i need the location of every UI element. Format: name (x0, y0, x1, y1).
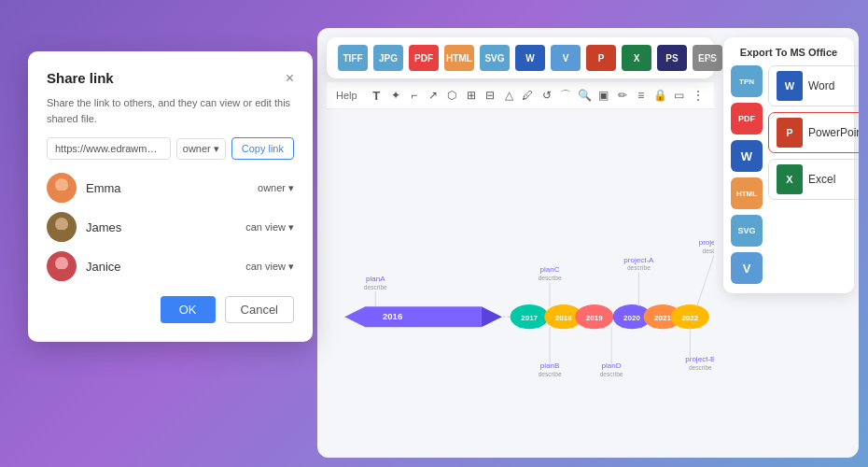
format-pdf-button[interactable]: PDF (409, 45, 439, 71)
svg-point-2 (55, 218, 68, 231)
close-button[interactable]: × (286, 71, 294, 86)
svg-text:2019: 2019 (586, 314, 603, 322)
svg-text:2022: 2022 (681, 314, 698, 322)
svg-text:planA: planA (366, 275, 385, 283)
lines-icon[interactable]: ≡ (634, 86, 648, 105)
svg-text:project-C: project-C (699, 238, 714, 247)
format-ps-button[interactable]: PS (657, 45, 687, 71)
cancel-button[interactable]: Cancel (225, 296, 294, 323)
timeline-svg: 2016 planA describe 2017 2018 2019 2020 … (317, 107, 714, 458)
export-word-item[interactable]: W Word (768, 65, 859, 106)
grid-icon[interactable]: ⋮ (691, 86, 705, 105)
link-row: https://www.edrawmax.com/online/fil owne… (47, 137, 294, 160)
format-word-button[interactable]: W (515, 45, 545, 71)
rotate-icon[interactable]: ↺ (539, 86, 553, 105)
cursor-icon[interactable]: ✦ (388, 86, 402, 105)
avatar (47, 251, 77, 281)
left-icon-html[interactable]: HTML (731, 177, 763, 209)
export-excel-item[interactable]: X Excel (768, 159, 859, 200)
export-ppt-item[interactable]: P PowerPoint (768, 112, 859, 153)
svg-point-5 (50, 269, 73, 281)
export-panel-inner: TPN PDF W HTML SVG V W Word P PowerPoint… (731, 65, 847, 284)
user-row: James can view ▾ (47, 212, 294, 242)
export-excel-label: Excel (808, 173, 835, 186)
table-icon[interactable]: ⊞ (464, 86, 478, 105)
role-select[interactable]: can view ▾ (245, 261, 294, 273)
dialog-header: Share link × (47, 70, 294, 86)
curve-icon[interactable]: ⌒ (558, 86, 572, 105)
format-toolbar: TIFF JPG PDF HTML SVG W V P X PS EPS CSV (327, 37, 714, 78)
diagram-area: 2016 planA describe 2017 2018 2019 2020 … (317, 107, 714, 458)
pen-icon[interactable]: ✏ (615, 86, 629, 105)
export-ppt-label: PowerPoint (808, 126, 859, 139)
left-icon-pdf[interactable]: PDF (731, 103, 763, 134)
svg-text:2017: 2017 (521, 314, 538, 322)
svg-text:describe: describe (364, 284, 387, 290)
svg-text:2018: 2018 (555, 314, 572, 322)
dialog-actions: OK Cancel (47, 296, 294, 323)
share-dialog: Share link × Share the link to others, a… (28, 51, 313, 342)
dialog-description: Share the link to others, and they can v… (47, 95, 294, 126)
svg-text:project-B: project-B (685, 355, 714, 363)
svg-text:describe: describe (539, 371, 562, 377)
avatar (47, 212, 77, 242)
format-html-button[interactable]: HTML (444, 45, 474, 71)
format-ppt-button[interactable]: P (586, 45, 616, 71)
left-icon-word[interactable]: W (731, 140, 763, 172)
fill-icon[interactable]: 🖊 (521, 86, 535, 105)
format-jpg-button[interactable]: JPG (373, 45, 403, 71)
owner-select[interactable]: owner ▾ (176, 138, 226, 160)
zoom-icon[interactable]: 🔍 (577, 86, 591, 105)
user-name: James (86, 220, 236, 234)
export-ppt-icon: P (777, 118, 803, 148)
frame-icon[interactable]: ▣ (596, 86, 610, 105)
svg-point-3 (50, 230, 73, 242)
left-icon-svg[interactable]: SVG (731, 215, 763, 247)
export-right-items: W Word P PowerPoint X Excel (768, 65, 859, 284)
dialog-title: Share link (47, 70, 114, 86)
export-left-icons: TPN PDF W HTML SVG V (731, 65, 763, 284)
svg-text:2016: 2016 (383, 311, 402, 321)
export-word-label: Word (808, 79, 834, 92)
format-tiff-button[interactable]: TIFF (338, 45, 368, 71)
arrow-icon[interactable]: ↗ (426, 86, 440, 105)
svg-text:project-A: project-A (623, 256, 654, 264)
svg-point-4 (55, 257, 68, 270)
export-panel: Export To MS Office TPN PDF W HTML SVG V… (723, 37, 854, 293)
shape-icon[interactable]: ⬡ (445, 86, 459, 105)
link-input[interactable]: https://www.edrawmax.com/online/fil (47, 137, 171, 160)
svg-text:describe: describe (703, 248, 714, 254)
user-name: Emma (86, 181, 248, 195)
format-excel-button[interactable]: X (622, 45, 651, 71)
role-select[interactable]: can view ▾ (245, 221, 294, 234)
svg-text:describe: describe (627, 264, 651, 271)
avatar (47, 173, 77, 203)
canvas-area: TIFF JPG PDF HTML SVG W V P X PS EPS CSV… (317, 28, 859, 458)
format-svg-button[interactable]: SVG (480, 45, 510, 71)
svg-marker-8 (482, 306, 502, 327)
export-excel-icon: X (777, 164, 803, 194)
svg-text:describe: describe (689, 364, 712, 371)
user-name: Janice (86, 260, 236, 274)
svg-text:describe: describe (600, 371, 623, 377)
user-row: Emma owner ▾ (47, 173, 294, 203)
svg-point-1 (50, 191, 73, 203)
svg-text:describe: describe (539, 275, 562, 281)
copy-link-button[interactable]: Copy link (231, 137, 294, 160)
corner-icon[interactable]: ⌐ (407, 86, 421, 105)
svg-point-0 (55, 178, 68, 191)
left-icon-visio[interactable]: V (731, 252, 763, 284)
help-label: Help (336, 90, 357, 101)
export-word-icon: W (777, 71, 803, 101)
rect-icon[interactable]: ▭ (672, 86, 686, 105)
svg-text:planC: planC (540, 266, 560, 275)
role-select[interactable]: owner ▾ (258, 182, 294, 194)
format-visio-button[interactable]: V (551, 45, 581, 71)
lock-icon[interactable]: 🔒 (652, 86, 666, 105)
left-icon-tiff[interactable]: TPN (731, 65, 763, 97)
text-icon[interactable]: T (370, 86, 384, 105)
triangle-icon[interactable]: △ (501, 86, 515, 105)
ok-button[interactable]: OK (161, 296, 216, 323)
svg-text:2021: 2021 (654, 314, 671, 322)
line-icon[interactable]: ⊟ (483, 86, 497, 105)
